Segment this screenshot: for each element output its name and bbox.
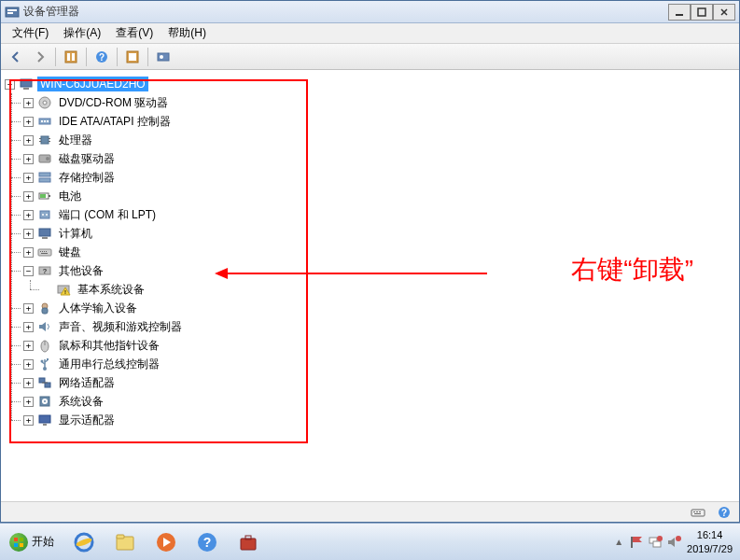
expand-icon[interactable]: + xyxy=(23,154,34,164)
expand-icon[interactable]: + xyxy=(23,247,34,258)
expand-icon[interactable]: + xyxy=(23,135,34,146)
svg-rect-30 xyxy=(39,178,50,182)
help-button[interactable]: ? xyxy=(91,47,113,67)
tree-child-item[interactable]: !基本系统设备 xyxy=(42,280,735,299)
svg-rect-73 xyxy=(20,538,23,541)
expand-icon[interactable]: + xyxy=(23,378,34,388)
svg-rect-19 xyxy=(41,120,43,122)
tree-item[interactable]: +DVD/CD-ROM 驱动器 xyxy=(23,93,735,112)
toolbar-device-icon[interactable] xyxy=(152,47,175,67)
unknown-icon: ? xyxy=(37,263,52,278)
tree-item-label[interactable]: 存储控制器 xyxy=(56,169,118,187)
tree-child-label[interactable]: 基本系统设备 xyxy=(75,281,147,299)
tray-expand-icon[interactable]: ▲ xyxy=(614,537,623,547)
menu-help[interactable]: 帮助(H) xyxy=(161,23,214,43)
tree-item[interactable]: +IDE ATA/ATAPI 控制器 xyxy=(23,112,735,131)
tree-item-label[interactable]: 端口 (COM 和 LPT) xyxy=(56,206,159,224)
svg-point-88 xyxy=(657,536,663,541)
collapse-icon[interactable]: − xyxy=(5,79,15,90)
expand-icon[interactable]: + xyxy=(23,210,34,220)
tree-item-label[interactable]: 显示适配器 xyxy=(56,412,118,429)
tray-flag-icon[interactable] xyxy=(629,535,644,550)
tree-item[interactable]: +计算机 xyxy=(23,224,735,243)
svg-point-62 xyxy=(44,400,46,402)
menu-action[interactable]: 操作(A) xyxy=(56,23,108,43)
expand-icon[interactable]: + xyxy=(23,191,34,202)
tree-item-label[interactable]: 电池 xyxy=(56,188,84,205)
tree-item[interactable]: +通用串行总线控制器 xyxy=(23,355,735,373)
expand-icon[interactable]: + xyxy=(23,173,34,183)
menu-view[interactable]: 查看(V) xyxy=(108,23,161,43)
minimize-button[interactable] xyxy=(668,4,691,21)
tree-item[interactable]: +存储控制器 xyxy=(23,168,735,187)
tray-volume-icon[interactable] xyxy=(666,535,681,550)
svg-rect-57 xyxy=(39,378,45,383)
tree-item[interactable]: +显示适配器 xyxy=(23,411,735,429)
task-ie[interactable] xyxy=(64,525,104,559)
tree-item[interactable]: +键盘 xyxy=(23,243,735,261)
menu-file[interactable]: 文件(F) xyxy=(5,23,56,43)
tree-item-label[interactable]: DVD/CD-ROM 驱动器 xyxy=(56,94,171,112)
task-tools[interactable] xyxy=(229,525,268,559)
expand-icon[interactable]: − xyxy=(23,266,34,276)
expand-icon[interactable]: + xyxy=(23,341,34,351)
task-explorer[interactable] xyxy=(105,525,145,559)
tree-item[interactable]: +声音、视频和游戏控制器 xyxy=(23,317,735,336)
maximize-button[interactable] xyxy=(691,4,713,21)
expand-icon[interactable]: + xyxy=(23,397,34,407)
disk-icon xyxy=(37,151,52,166)
tree-item-label[interactable]: 鼠标和其他指针设备 xyxy=(56,337,162,355)
svg-rect-4 xyxy=(698,8,705,16)
svg-rect-65 xyxy=(691,510,705,516)
tree-item-label[interactable]: 计算机 xyxy=(56,225,95,243)
toolbar-properties-icon[interactable] xyxy=(60,47,82,67)
start-label: 开始 xyxy=(32,534,54,550)
back-button[interactable] xyxy=(5,47,27,67)
clock[interactable]: 16:14 2019/7/29 xyxy=(687,528,733,555)
tree-root[interactable]: −WIN-C6JJUAED2HO xyxy=(5,75,735,93)
toolbar-scan-icon[interactable] xyxy=(121,47,144,67)
close-button[interactable] xyxy=(713,4,735,21)
svg-rect-14 xyxy=(21,79,32,87)
tree-content: −WIN-C6JJUAED2HO+DVD/CD-ROM 驱动器+IDE ATA/… xyxy=(1,70,739,501)
tree-item[interactable]: +端口 (COM 和 LPT) xyxy=(23,205,735,224)
expand-icon[interactable]: + xyxy=(23,98,34,108)
tree-item[interactable]: +磁盘驱动器 xyxy=(23,149,735,168)
svg-rect-3 xyxy=(676,14,683,16)
tree-item[interactable]: +鼠标和其他指针设备 xyxy=(23,336,735,355)
tree-item-label[interactable]: 键盘 xyxy=(56,244,84,261)
tree-item-label[interactable]: 系统设备 xyxy=(56,393,106,411)
tree-item[interactable]: +网络适配器 xyxy=(23,373,735,392)
expand-icon[interactable]: + xyxy=(23,303,34,314)
expand-icon[interactable]: + xyxy=(23,359,34,370)
expand-icon[interactable]: + xyxy=(23,117,34,127)
svg-rect-44 xyxy=(41,253,48,254)
start-button[interactable]: 开始 xyxy=(0,524,63,560)
tree-item-label[interactable]: 网络适配器 xyxy=(56,374,118,392)
svg-rect-79 xyxy=(117,535,124,539)
tree-item[interactable]: −?其他设备 xyxy=(23,261,735,280)
tree-root-label[interactable]: WIN-C6JJUAED2HO xyxy=(37,77,148,91)
help-status-icon[interactable]: ?▼ xyxy=(717,505,732,520)
tree-item-label[interactable]: IDE ATA/ATAPI 控制器 xyxy=(56,113,174,131)
forward-button[interactable] xyxy=(29,47,51,67)
svg-rect-56 xyxy=(47,358,49,360)
expand-icon[interactable]: + xyxy=(23,322,34,332)
tree-item[interactable]: +处理器 xyxy=(23,131,735,149)
expand-icon[interactable]: + xyxy=(23,415,34,426)
tree-item-label[interactable]: 声音、视频和游戏控制器 xyxy=(56,318,185,336)
tree-item-label[interactable]: 人体学输入设备 xyxy=(56,300,140,317)
tree-item-label[interactable]: 磁盘驱动器 xyxy=(56,150,118,168)
tree-item[interactable]: +人体学输入设备 xyxy=(23,299,735,317)
tree-item[interactable]: +电池 xyxy=(23,187,735,205)
task-media[interactable] xyxy=(147,525,186,559)
tree-item-label[interactable]: 处理器 xyxy=(56,132,95,149)
expand-icon[interactable]: + xyxy=(23,229,34,239)
tree-item[interactable]: +系统设备 xyxy=(23,392,735,411)
tree-item-label[interactable]: 其他设备 xyxy=(56,262,106,280)
titlebar[interactable]: 设备管理器 xyxy=(1,1,739,23)
tree-item-label[interactable]: 通用串行总线控制器 xyxy=(56,356,162,373)
task-help[interactable]: ? xyxy=(188,525,227,559)
tray-network-icon[interactable] xyxy=(648,535,663,550)
statusbar: ?▼ xyxy=(1,501,739,522)
